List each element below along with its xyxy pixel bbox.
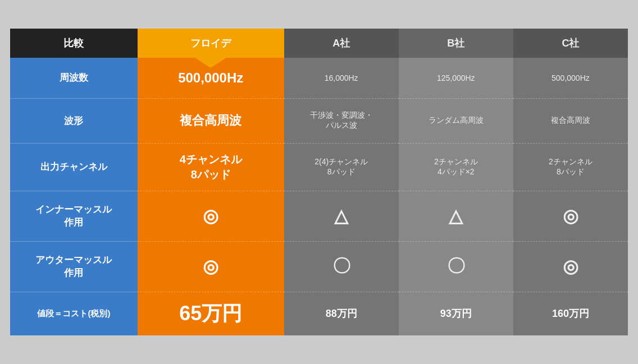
b-hakei: ランダム高周波 <box>399 98 513 143</box>
b-channel: 2チャンネル 4パッド×2 <box>399 143 513 191</box>
label-price: 値段＝コスト(税別) <box>10 292 138 335</box>
b-shuuhasu: 125,000Hz <box>399 58 513 98</box>
row-outer: アウターマッスル 作用◎〇〇◎ <box>10 241 628 292</box>
label-channel: 出力チャンネル <box>10 143 138 191</box>
col-header-floide: フロイデ <box>138 29 284 58</box>
c-hakei: 複合高周波 <box>513 98 628 143</box>
col-header-c: C社 <box>513 29 628 58</box>
b-inner: △ <box>399 191 513 241</box>
row-hakei: 波形複合高周波干渉波・変調波・ パルス波ランダム高周波複合高周波 <box>10 98 628 143</box>
label-hakei: 波形 <box>10 98 138 143</box>
col-header-b: B社 <box>399 29 513 58</box>
c-outer: ◎ <box>513 241 628 292</box>
c-shuuhasu: 500,000Hz <box>513 58 628 98</box>
row-inner: インナーマッスル 作用◎△△◎ <box>10 191 628 241</box>
b-outer: 〇 <box>399 241 513 292</box>
row-price: 値段＝コスト(税別)65万円88万円93万円160万円 <box>10 292 628 335</box>
label-inner: インナーマッスル 作用 <box>10 191 138 241</box>
floide-outer: ◎ <box>138 241 284 292</box>
a-price: 88万円 <box>284 292 399 335</box>
a-channel: 2(4)チャンネル 8パッド <box>284 143 399 191</box>
col-header-a: A社 <box>284 29 399 58</box>
floide-channel: 4チャンネル 8パッド <box>138 143 284 191</box>
label-shuuhasu: 周波数 <box>10 58 138 98</box>
c-price: 160万円 <box>513 292 628 335</box>
b-price: 93万円 <box>399 292 513 335</box>
a-shuuhasu: 16,000Hz <box>284 58 399 98</box>
row-channel: 出力チャンネル4チャンネル 8パッド2(4)チャンネル 8パッド2チャンネル 4… <box>10 143 628 191</box>
floide-price: 65万円 <box>138 292 284 335</box>
floide-inner: ◎ <box>138 191 284 241</box>
row-shuuhasu: 周波数500,000Hz16,000Hz125,000Hz500,000Hz <box>10 58 628 98</box>
header-row: 比較 フロイデ A社 B社 C社 <box>10 29 628 58</box>
floide-hakei: 複合高周波 <box>138 98 284 143</box>
a-hakei: 干渉波・変調波・ パルス波 <box>284 98 399 143</box>
a-outer: 〇 <box>284 241 399 292</box>
label-outer: アウターマッスル 作用 <box>10 241 138 292</box>
c-inner: ◎ <box>513 191 628 241</box>
col-header-hikaku: 比較 <box>10 29 138 58</box>
a-inner: △ <box>284 191 399 241</box>
c-channel: 2チャンネル 8パッド <box>513 143 628 191</box>
